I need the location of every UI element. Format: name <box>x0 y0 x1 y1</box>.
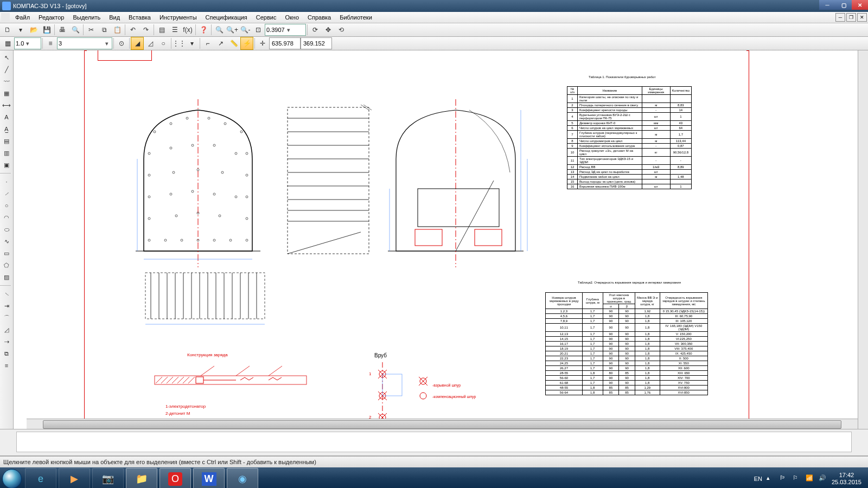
bezier-tool-icon[interactable]: ∿ <box>0 235 13 247</box>
hatch-tool-icon[interactable]: ▨ <box>0 271 13 283</box>
grid-dots2-icon[interactable]: ▾ <box>186 37 199 50</box>
tray-volume-icon[interactable]: 🔊 <box>819 474 827 483</box>
menu-insert[interactable]: Вставка <box>124 13 155 22</box>
menu-tools[interactable]: Инструменты <box>155 13 201 22</box>
save-icon[interactable]: 💾 <box>40 23 53 36</box>
paste-icon[interactable]: 📋 <box>111 23 124 36</box>
new-doc-icon[interactable]: 🗋 <box>1 23 14 36</box>
tray-network-icon[interactable]: 📶 <box>806 474 814 483</box>
zoom-window-icon[interactable]: 🔍 <box>213 23 226 36</box>
zoom-out-icon[interactable]: 🔍- <box>239 23 252 36</box>
undo-icon[interactable]: ↶ <box>126 23 139 36</box>
hscrollbar[interactable] <box>27 419 858 429</box>
angle-snap-icon[interactable]: ◿ <box>144 37 157 50</box>
task-word[interactable]: W <box>193 468 225 488</box>
line-weight-combo[interactable]: 1.0 ▾ <box>14 37 41 49</box>
ellipse-tool-icon[interactable]: ⬭ <box>0 223 13 235</box>
menu-editor[interactable]: Редактор <box>34 13 68 22</box>
refresh-icon[interactable]: ⟳ <box>309 23 322 36</box>
task-explorer[interactable]: 📁 <box>126 468 157 488</box>
layers-icon[interactable]: ≡ <box>44 37 57 50</box>
doc-app-icon[interactable] <box>1 13 10 22</box>
window-maximize[interactable]: ▢ <box>835 0 852 10</box>
offset-icon[interactable]: ↗ <box>214 37 227 50</box>
offset2-tool-icon[interactable]: ⇢ <box>0 336 13 348</box>
coord-x-readout[interactable]: 635.978 <box>269 37 301 49</box>
snap-icon[interactable]: ⊙ <box>115 37 128 50</box>
window-minimize[interactable]: ─ <box>819 0 835 10</box>
open-icon[interactable]: 📂 <box>27 23 40 36</box>
grid-dots-icon[interactable]: ⋮⋮ <box>173 37 186 50</box>
zoom-combo[interactable]: 0.3907 ▾ <box>265 24 306 36</box>
menu-view[interactable]: Вид <box>105 13 124 22</box>
ortho-icon[interactable]: ◢ <box>131 37 144 50</box>
grid-tool-icon[interactable]: ▦ <box>0 87 13 99</box>
tray-clock[interactable]: 17:42 25.03.2015 <box>832 472 861 486</box>
menu-libs[interactable]: Библиотеки <box>335 13 376 22</box>
coord-y-readout[interactable]: 369.152 <box>301 37 332 49</box>
menu-window[interactable]: Окно <box>280 13 303 22</box>
window-close[interactable]: ✕ <box>852 0 868 10</box>
property-panel[interactable] <box>0 429 868 456</box>
trim-tool-icon[interactable]: ⟍ <box>0 288 13 300</box>
chain-tool-icon[interactable]: ⧉ <box>0 348 13 359</box>
line-tool-icon[interactable]: ╱ <box>0 63 13 75</box>
print-icon[interactable]: 🖶 <box>56 23 69 36</box>
circle-tool-icon[interactable]: ○ <box>0 200 13 211</box>
tray-up-icon[interactable]: ▴ <box>767 474 775 483</box>
drawing-canvas[interactable]: Конструкция заряда 1-электродетонатор 2-… <box>14 50 858 429</box>
doc-close[interactable]: ✕ <box>857 13 867 22</box>
props-icon[interactable]: ▤ <box>155 23 168 36</box>
arc-tool-icon[interactable]: ◠ <box>0 211 13 223</box>
fillet-tool-icon[interactable]: ⌒ <box>0 312 13 324</box>
menu-help[interactable]: Справка <box>303 13 335 22</box>
preview-icon[interactable]: 🔍 <box>69 23 82 36</box>
text-tool-icon[interactable]: A <box>0 111 13 123</box>
dim-tool-icon[interactable]: ⟷ <box>0 99 13 111</box>
tray-flag-icon[interactable]: 🏳 <box>780 474 788 483</box>
new-dropdown-icon[interactable]: ▾ <box>14 23 27 36</box>
task-kompas[interactable]: ◉ <box>227 468 258 488</box>
vars-icon[interactable]: ☰ <box>168 23 181 36</box>
layer-combo[interactable]: 3 ▾ <box>57 37 112 49</box>
polygon-tool-icon[interactable]: ⬠ <box>0 259 13 271</box>
fx-icon[interactable]: f(x) <box>181 23 194 36</box>
menu-spec[interactable]: Спецификация <box>201 13 252 22</box>
grid-icon[interactable]: ▦ <box>1 37 14 50</box>
param2-tool-icon[interactable]: ▣ <box>0 159 13 171</box>
extend-tool-icon[interactable]: ⇥ <box>0 300 13 312</box>
table-tool-icon[interactable]: ▤ <box>0 135 13 147</box>
pan-icon[interactable]: ✥ <box>322 23 335 36</box>
chamfer-tool-icon[interactable]: ◿ <box>0 324 13 336</box>
menu-select[interactable]: Выделить <box>68 13 105 22</box>
task-wmp[interactable]: ▶ <box>59 468 90 488</box>
rect-tool-icon[interactable]: ▭ <box>0 247 13 259</box>
local-cs-icon[interactable]: ⌐ <box>201 37 214 50</box>
task-opera[interactable]: O <box>159 468 191 488</box>
doc-restore[interactable]: ❐ <box>846 13 856 22</box>
edit-tool-icon[interactable]: ▥ <box>0 147 13 159</box>
zoom-fit-icon[interactable]: ⊡ <box>252 23 265 36</box>
select-tool-icon[interactable]: ↖ <box>0 52 13 63</box>
help-icon[interactable]: ❓ <box>197 23 210 36</box>
menu-file[interactable]: Файл <box>11 13 34 22</box>
seg-tool-icon[interactable]: ⟋ <box>0 188 13 200</box>
doc-minimize[interactable]: ─ <box>835 13 845 22</box>
tray-lang[interactable]: EN <box>754 476 762 482</box>
rebuild-icon[interactable]: ⟲ <box>335 23 348 36</box>
point-tool-icon[interactable]: · <box>0 176 13 188</box>
task-ie[interactable]: e <box>25 468 56 488</box>
cut-icon[interactable]: ✂ <box>85 23 98 36</box>
equid-tool-icon[interactable]: ≡ <box>0 359 13 371</box>
redo-icon[interactable]: ↷ <box>139 23 152 36</box>
text2-tool-icon[interactable]: A̲ <box>0 123 13 135</box>
tray-action-icon[interactable]: ⚐ <box>793 474 801 483</box>
task-camera[interactable]: 📷 <box>92 468 124 488</box>
param-icon[interactable]: ⚡ <box>240 37 253 50</box>
start-button[interactable] <box>0 467 24 488</box>
cursor-xy-icon[interactable]: ✛ <box>256 37 269 50</box>
spline-tool-icon[interactable]: 〰 <box>0 75 13 87</box>
zoom-in-icon[interactable]: 🔍+ <box>226 23 239 36</box>
menu-service[interactable]: Сервис <box>252 13 281 22</box>
vscrollbar[interactable] <box>858 50 868 429</box>
